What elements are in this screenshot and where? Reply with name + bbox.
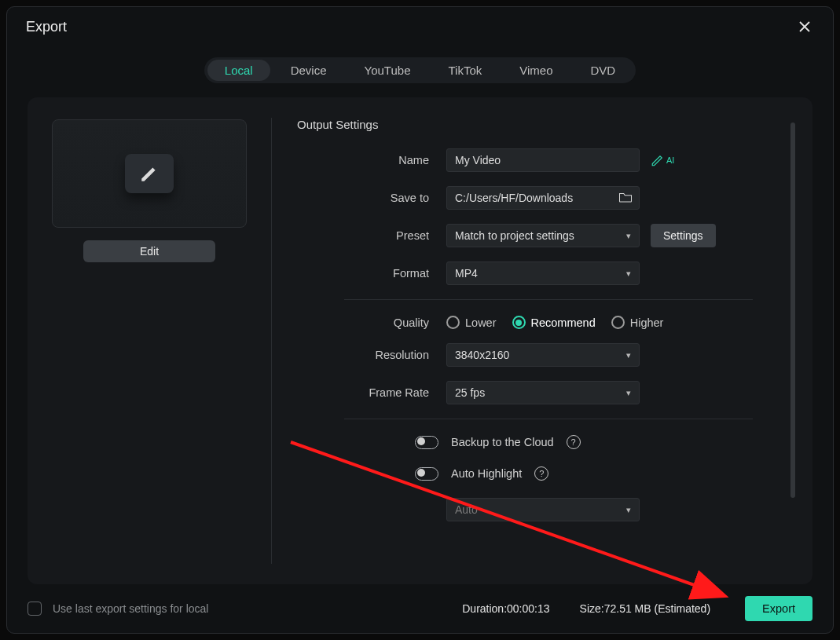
- tab-tiktok[interactable]: TikTok: [431, 60, 499, 81]
- framerate-label: Frame Rate: [297, 386, 446, 399]
- export-dialog: Export Local Device YouTube TikTok Vimeo…: [6, 6, 834, 634]
- tab-device[interactable]: Device: [273, 60, 344, 81]
- preset-select[interactable]: Match to project settings ▾: [446, 224, 640, 247]
- quality-label: Quality: [297, 316, 446, 329]
- ai-rename-icon[interactable]: AI: [651, 153, 674, 167]
- format-select[interactable]: MP4 ▾: [446, 261, 640, 285]
- quality-higher-radio[interactable]: Higher: [611, 316, 664, 329]
- preset-settings-button[interactable]: Settings: [651, 224, 716, 247]
- divider: [344, 419, 753, 419]
- auto-select[interactable]: Auto ▾: [446, 498, 640, 521]
- quality-lower-radio[interactable]: Lower: [446, 316, 497, 329]
- saveto-label: Save to: [297, 192, 446, 204]
- saveto-input[interactable]: C:/Users/HF/Downloads: [446, 186, 640, 210]
- export-button[interactable]: Export: [745, 596, 812, 621]
- tab-dvd[interactable]: DVD: [574, 60, 633, 81]
- chevron-down-icon: ▾: [626, 505, 631, 515]
- dialog-title: Export: [26, 19, 67, 35]
- divider: [344, 299, 753, 300]
- folder-icon[interactable]: [618, 191, 633, 206]
- info-icon[interactable]: ?: [534, 466, 548, 481]
- resolution-select[interactable]: 3840x2160 ▾: [446, 343, 640, 367]
- quality-recommend-radio[interactable]: Recommend: [512, 316, 596, 329]
- footer: Use last export settings for local Durat…: [7, 584, 833, 633]
- preset-label: Preset: [297, 229, 446, 242]
- auto-highlight-label: Auto Highlight: [451, 467, 522, 480]
- framerate-select[interactable]: 25 fps ▾: [446, 381, 640, 404]
- chevron-down-icon: ▾: [626, 350, 631, 360]
- tab-local[interactable]: Local: [207, 60, 270, 81]
- use-last-settings-checkbox[interactable]: [28, 602, 42, 616]
- preview-thumbnail[interactable]: [52, 119, 247, 228]
- chevron-down-icon: ▾: [626, 269, 631, 279]
- edit-button[interactable]: Edit: [83, 240, 215, 262]
- close-button[interactable]: [792, 14, 817, 39]
- backup-cloud-label: Backup to the Cloud: [451, 436, 554, 448]
- use-last-settings-label: Use last export settings for local: [53, 602, 208, 615]
- info-icon[interactable]: ?: [567, 435, 581, 449]
- resolution-label: Resolution: [297, 349, 446, 361]
- auto-highlight-toggle[interactable]: [415, 467, 438, 481]
- tab-vimeo[interactable]: Vimeo: [502, 60, 570, 81]
- chevron-down-icon: ▾: [626, 388, 631, 398]
- pencil-icon: [125, 154, 174, 193]
- export-tabs: Local Device YouTube TikTok Vimeo DVD: [7, 57, 833, 83]
- export-panel: Edit Output Settings Name My Video AI Sa…: [28, 97, 812, 584]
- name-input[interactable]: My Video: [446, 148, 640, 172]
- format-label: Format: [297, 267, 446, 280]
- chevron-down-icon: ▾: [626, 231, 631, 241]
- backup-cloud-toggle[interactable]: [415, 436, 438, 449]
- duration-stat: Duration:00:00:13: [462, 602, 549, 615]
- name-label: Name: [297, 154, 446, 166]
- tab-youtube[interactable]: YouTube: [347, 60, 428, 81]
- scrollbar[interactable]: [790, 123, 795, 498]
- output-settings-heading: Output Settings: [297, 118, 781, 131]
- size-stat: Size:72.51 MB (Estimated): [580, 602, 711, 615]
